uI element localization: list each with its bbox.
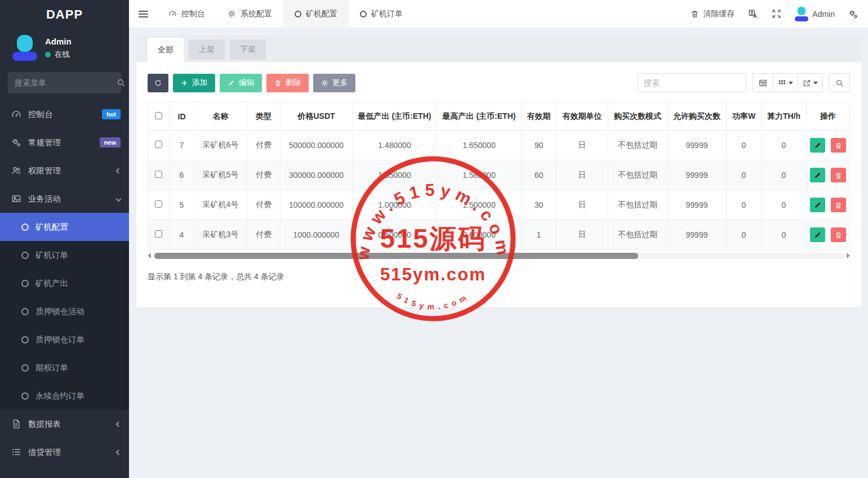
cell-name: 采矿机6号 — [194, 131, 247, 160]
col-header-min-output[interactable]: 最低产出 (主币:ETH) — [353, 103, 437, 131]
circle-icon — [21, 308, 29, 315]
table-row[interactable]: 7 采矿机6号 付费 500000.000000 1.480000 1.6500… — [148, 131, 850, 160]
col-header-name[interactable]: 名称 — [194, 103, 247, 131]
row-edit-button[interactable] — [810, 227, 825, 242]
trash-icon — [835, 172, 842, 179]
row-edit-button[interactable] — [810, 168, 825, 182]
col-header-power[interactable]: 功率W — [727, 103, 762, 131]
sidebar-item-label: 常规管理 — [28, 137, 93, 148]
columns-button[interactable] — [773, 73, 798, 92]
col-header-max-output[interactable]: 最高产出 (主币:ETH) — [437, 103, 522, 131]
translate-icon[interactable] — [748, 9, 758, 19]
menu-toggle-icon[interactable] — [129, 0, 157, 28]
tab-console[interactable]: 控制台 — [157, 0, 216, 28]
refresh-button[interactable] — [148, 74, 168, 92]
col-header-actions: 操作 — [807, 103, 850, 131]
sidebar-item-staking-orders[interactable]: 质押锁仓订单 — [0, 325, 129, 354]
more-button[interactable]: 更多 — [313, 74, 355, 92]
scrollbar-track[interactable] — [153, 253, 844, 259]
tab-miner-orders[interactable]: 矿机订单 — [349, 0, 414, 28]
row-checkbox[interactable] — [155, 141, 162, 148]
sidebar-item-miner-orders[interactable]: 矿机订单 — [0, 241, 129, 269]
sidebar-item-perpetual-orders[interactable]: 永续合约订单 — [0, 382, 129, 410]
delete-button[interactable]: 删除 — [266, 74, 309, 92]
cell-min-output: 1.000000 — [353, 190, 437, 220]
list-icon — [11, 447, 21, 457]
settings-gear-icon[interactable] — [848, 9, 858, 19]
table-row[interactable]: 5 采矿机4号 付费 100000.000000 1.000000 1.5000… — [148, 190, 850, 220]
export-button[interactable] — [798, 73, 823, 92]
sidebar-item-permissions[interactable]: 权限管理 — [0, 157, 129, 185]
sidebar-item-reports[interactable]: 数据报表 — [0, 410, 129, 438]
fullscreen-icon[interactable] — [772, 9, 781, 19]
app-window: DAPP Admin 在线 控制台 hot 常规管理 — [0, 0, 868, 478]
cell-purchase-limit: 99999 — [667, 160, 727, 190]
col-header-validity[interactable]: 有效期 — [522, 103, 557, 131]
sidebar-item-option-orders[interactable]: 期权订单 — [0, 354, 129, 382]
sidebar-item-staking-activity[interactable]: 质押锁仓活动 — [0, 297, 129, 325]
scrollbar-thumb[interactable] — [154, 253, 638, 259]
sidebar-item-lending[interactable]: 借贷管理 — [0, 438, 129, 466]
cell-id: 5 — [170, 190, 194, 220]
cell-max-output: 1.580000 — [437, 160, 522, 190]
pencil-icon — [228, 79, 235, 87]
col-header-price[interactable]: 价格USDT — [281, 103, 353, 131]
col-header-type[interactable]: 类型 — [247, 103, 281, 131]
tab-miner-config[interactable]: 矿机配置 — [283, 0, 349, 28]
row-edit-button[interactable] — [810, 198, 825, 212]
clear-cache-button[interactable]: 清除缓存 — [691, 9, 735, 19]
filter-tab-listed[interactable]: 上架 — [189, 39, 225, 60]
cell-purchase-mode: 不包括过期 — [608, 131, 667, 160]
add-button[interactable]: 添加 — [173, 74, 215, 92]
pencil-icon — [814, 231, 821, 239]
select-all-checkbox[interactable] — [155, 112, 162, 119]
sidebar: DAPP Admin 在线 控制台 hot 常规管理 — [0, 0, 129, 478]
sidebar-item-console[interactable]: 控制台 hot — [0, 100, 129, 128]
scroll-right-arrow[interactable] — [847, 253, 850, 258]
row-delete-button[interactable] — [831, 168, 846, 182]
row-checkbox[interactable] — [155, 171, 162, 178]
sidebar-search-input[interactable] — [15, 78, 117, 87]
row-edit-button[interactable] — [810, 138, 825, 153]
scroll-left-arrow[interactable] — [148, 253, 151, 258]
sidebar-item-miner-output[interactable]: 矿机产出 — [0, 269, 129, 297]
filter-tab-all[interactable]: 全部 — [148, 38, 184, 62]
col-header-purchase-mode[interactable]: 购买次数模式 — [608, 103, 667, 131]
cell-power: 0 — [727, 131, 762, 160]
filter-tab-unlisted[interactable]: 下架 — [230, 39, 266, 60]
row-delete-button[interactable] — [831, 227, 846, 242]
search-button[interactable] — [829, 73, 850, 92]
col-header-id[interactable]: ID — [170, 103, 194, 131]
row-delete-button[interactable] — [831, 198, 846, 212]
horizontal-scrollbar — [148, 252, 850, 260]
sidebar-item-general[interactable]: 常规管理 new — [0, 128, 129, 157]
user-menu[interactable]: Admin — [795, 7, 835, 21]
avatar — [795, 7, 808, 21]
cell-actions — [807, 131, 850, 160]
col-header-purchase-limit[interactable]: 允许购买次数 — [667, 103, 727, 131]
table-row[interactable]: 6 采矿机5号 付费 300000.000000 1.350000 1.5800… — [148, 160, 850, 190]
users-icon — [11, 166, 21, 176]
tab-system-config[interactable]: 系统配置 — [216, 0, 283, 28]
row-checkbox[interactable] — [155, 230, 162, 238]
topbar-right: 清除缓存 Admin — [691, 7, 868, 21]
col-header-validity-unit[interactable]: 有效期单位 — [557, 103, 608, 131]
row-checkbox[interactable] — [155, 200, 162, 208]
col-header-hashrate[interactable]: 算力TH/h — [762, 103, 807, 131]
edit-button[interactable]: 编辑 — [220, 74, 262, 92]
export-icon — [803, 79, 811, 87]
tab-label: 控制台 — [181, 9, 205, 19]
plus-icon — [181, 79, 188, 87]
sidebar-item-label: 数据报表 — [28, 419, 110, 430]
sidebar-item-miner-config[interactable]: 矿机配置 — [0, 213, 129, 241]
search-icon — [117, 78, 126, 87]
submenu-label: 期权订单 — [35, 363, 68, 373]
table-search-input[interactable] — [638, 73, 746, 92]
detail-view-button[interactable] — [752, 73, 773, 92]
view-button-group — [752, 73, 823, 92]
table-row[interactable]: 4 采矿机3号 付费 1000.000000 0.500000 0.600000… — [148, 220, 850, 250]
tab-label: 矿机订单 — [371, 9, 403, 19]
sidebar-item-business[interactable]: 业务活动 — [0, 185, 129, 213]
cell-validity-unit: 日 — [557, 131, 608, 160]
row-delete-button[interactable] — [831, 138, 846, 153]
